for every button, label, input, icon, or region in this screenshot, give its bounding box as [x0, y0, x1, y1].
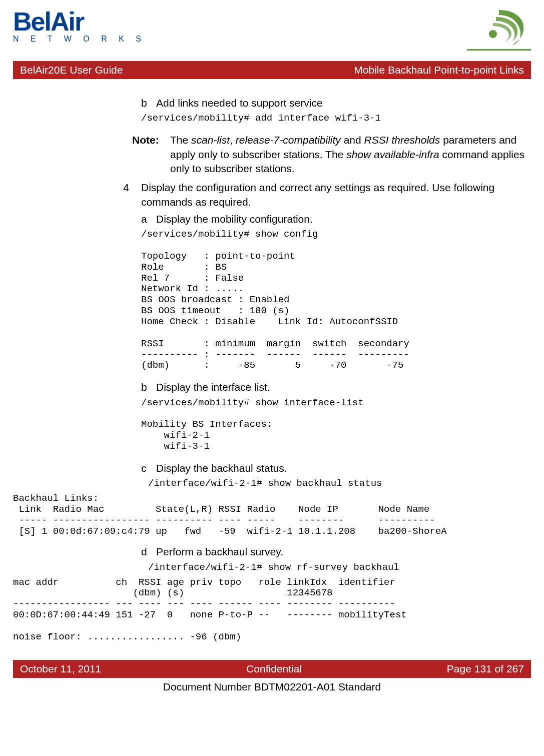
step-b-marker: b	[141, 96, 156, 110]
footer-banner: October 11, 2011 Confidential Page 131 o…	[13, 660, 531, 678]
cmd-rf-survey: /interface/wifi-2-1# show rf-survey back…	[148, 562, 531, 573]
note-i1: scan-list	[191, 134, 230, 146]
step4-marker: 4	[123, 181, 141, 209]
banner-left: BelAir20E User Guide	[20, 64, 123, 76]
step4d-row: d Perform a backhaul survey.	[141, 545, 531, 559]
cmd-add-interface: /services/mobility# add interface wifi-3…	[141, 113, 531, 124]
block-rf-survey: mac addr ch RSSI age priv topo role link…	[13, 577, 531, 643]
step4-text: Display the configuration and correct an…	[141, 181, 531, 209]
note-t-and: and	[341, 134, 364, 146]
block-show-config: /services/mobility# show config Topology…	[141, 229, 531, 371]
note-i2: release-7-compatibility	[236, 134, 341, 146]
block-backhaul-links: Backhaul Links: Link Radio Mac State(L,R…	[13, 493, 531, 537]
step4a-text: Display the mobility configuration.	[156, 212, 313, 226]
logo-main: BelAir	[13, 10, 146, 34]
note-label: Note:	[132, 133, 165, 176]
step4d-marker: d	[141, 545, 156, 559]
step4a-row: a Display the mobility configuration.	[141, 212, 531, 226]
swirl-icon	[467, 10, 531, 53]
note-t1: The	[170, 134, 191, 146]
svg-rect-1	[467, 49, 531, 51]
step4b-text: Display the interface list.	[156, 380, 270, 394]
banner-right: Mobile Backhaul Point-to-point Links	[354, 64, 524, 76]
svg-point-0	[489, 30, 497, 38]
footer-center: Confidential	[246, 663, 302, 675]
cmd-backhaul-status: /interface/wifi-2-1# show backhaul statu…	[148, 478, 531, 489]
step4b-row: b Display the interface list.	[141, 380, 531, 394]
document-number: Document Number BDTM02201-A01 Standard	[13, 681, 531, 693]
logo: BelAir N E T W O R K S	[13, 10, 146, 44]
step4c-marker: c	[141, 461, 156, 475]
step4c-text: Display the backhaul status.	[156, 461, 287, 475]
logo-sub: N E T W O R K S	[13, 35, 146, 44]
step4d-text: Perform a backhaul survey.	[156, 545, 283, 559]
note-i4: show available-infra	[346, 149, 439, 160]
note-body: The scan-list, release-7-compatibility a…	[170, 133, 531, 176]
title-banner: BelAir20E User Guide Mobile Backhaul Poi…	[13, 61, 531, 79]
step4-row: 4 Display the configuration and correct …	[123, 181, 531, 209]
step-b-row: b Add links needed to support service	[141, 96, 531, 110]
footer-right: Page 131 of 267	[447, 663, 524, 675]
step4c-row: c Display the backhaul status.	[141, 461, 531, 475]
note-t-comma: ,	[230, 134, 236, 146]
step-b-text: Add links needed to support service	[156, 96, 323, 110]
footer-left: October 11, 2011	[20, 663, 101, 675]
block-interface-list: /services/mobility# show interface-list …	[141, 398, 531, 452]
header-row: BelAir N E T W O R K S	[13, 10, 531, 53]
note-row: Note: The scan-list, release-7-compatibi…	[132, 133, 531, 176]
step4b-marker: b	[141, 380, 156, 394]
note-i3: RSSI thresholds	[364, 134, 440, 146]
step4a-marker: a	[141, 212, 156, 226]
